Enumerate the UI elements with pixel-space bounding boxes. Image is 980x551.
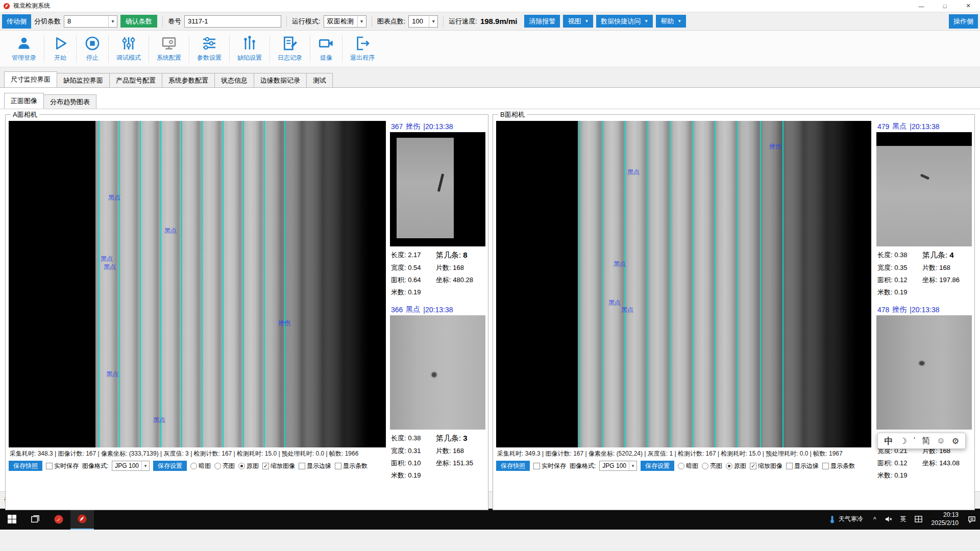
original-image-radio-a[interactable]: 原图 (238, 462, 259, 470)
subtab-front-image[interactable]: 正面图像 (4, 93, 44, 109)
save-settings-button-b[interactable]: 保存设置 (641, 461, 674, 471)
tab-status-info[interactable]: 状态信息 (214, 73, 254, 87)
log-record-button[interactable]: 日志记录 (270, 33, 310, 65)
roll-number-input[interactable] (184, 15, 281, 28)
action-center-icon[interactable] (964, 509, 980, 530)
radio-icon (678, 463, 684, 469)
start-run-button[interactable]: 开始 (44, 33, 76, 65)
realtime-save-checkbox-a[interactable]: 实时保存 (46, 462, 79, 470)
show-strips-checkbox-a[interactable]: 显示条数 (335, 462, 368, 470)
ime-emoji-icon[interactable]: ☺ (937, 436, 945, 445)
slit-count-select[interactable]: 8 (64, 15, 117, 28)
tab-size-monitor[interactable]: 尺寸监控界面 (4, 71, 57, 87)
taskbar-app-browser[interactable] (47, 509, 70, 530)
ime-night-mode-icon[interactable]: ☽ (899, 436, 906, 446)
chart-points-select[interactable]: 100 (408, 15, 438, 28)
close-button[interactable]: ✕ (957, 0, 980, 12)
chevron-down-icon[interactable] (141, 461, 149, 470)
start-button[interactable] (0, 509, 23, 530)
original-image-radio-b[interactable]: 原图 (726, 462, 746, 470)
strip-boundary-line (284, 121, 285, 447)
toolbar-divider (162, 16, 163, 27)
defect-thumbnail (876, 132, 972, 246)
tab-product-model-config[interactable]: 产品型号配置 (109, 73, 162, 87)
stop-run-button[interactable]: 停止 (77, 33, 108, 65)
run-mode-select[interactable]: 双面检测 (324, 15, 366, 28)
tab-defect-monitor[interactable]: 缺陷监控界面 (57, 73, 110, 87)
minimize-button[interactable]: — (910, 0, 933, 12)
maximize-button[interactable]: □ (933, 0, 957, 12)
show-strips-checkbox-b[interactable]: 显示条数 (822, 462, 855, 470)
admin-login-button[interactable]: 管理登录 (4, 33, 44, 65)
clock-time: 20:13 (932, 511, 959, 519)
weather-widget[interactable]: 天气寒冷 (823, 509, 869, 530)
defect-card[interactable]: 366 黑点 |20:13:38 长度: 0.38 第几条: 3 宽度: 0.3… (390, 304, 485, 480)
defect-card[interactable]: 478 挫伤 |20:13:38 长度: 0.57 第几条: 3 宽度: 0.2… (876, 304, 972, 480)
strip-boundary-line (181, 121, 182, 447)
defect-card[interactable]: 367 挫伤 |20:13:38 长度: 2.17 第几条: 8 宽度: 0.5… (390, 121, 485, 297)
camera-a-image[interactable]: 黑点黑点黑点黑点挫伤黑点黑点 (9, 121, 386, 447)
defect-label: 挫伤 (278, 319, 290, 328)
quick-data-menu-button[interactable]: 数据快捷访问 (596, 15, 653, 28)
tab-test[interactable]: 测试 (306, 73, 333, 87)
save-snapshot-button-b[interactable]: 保存快照 (496, 461, 530, 471)
show-edge-checkbox-b[interactable]: 显示边缘 (786, 462, 819, 470)
save-snapshot-button-a[interactable]: 保存快照 (9, 461, 42, 471)
volume-muted-icon[interactable] (880, 509, 896, 530)
taskbar-app-vision-system[interactable] (70, 509, 94, 530)
chevron-down-icon[interactable] (108, 16, 117, 27)
help-menu-button[interactable]: 帮助 (656, 15, 686, 28)
ime-simplified-chinese[interactable]: 简 (922, 436, 930, 446)
dark-image-radio-a[interactable]: 暗图 (190, 462, 211, 470)
ime-chinese-mode[interactable]: 中 (884, 435, 893, 447)
view-menu-button[interactable]: 视图 (563, 15, 593, 28)
dark-image-radio-b[interactable]: 暗图 (678, 462, 698, 470)
defect-label: 黑点 (101, 255, 113, 263)
image-format-select-a[interactable]: JPG 100 (112, 461, 150, 471)
parameter-settings-button[interactable]: 参数设置 (189, 33, 229, 65)
input-language-indicator[interactable]: 英 (896, 509, 911, 530)
exit-program-button[interactable]: 退出程序 (342, 33, 382, 65)
camera-b-defect-cards: 479 黑点 |20:13:38 长度: 0.38 第几条: 4 宽度: 0.3… (876, 121, 972, 480)
camera-b-image[interactable]: 挫伤黑点黑点黑点黑点 (496, 121, 871, 447)
image-format-label-b: 图像格式: (570, 462, 596, 470)
ime-settings-gear-icon[interactable]: ⚙ (952, 436, 959, 446)
debug-mode-button[interactable]: 调试模式 (109, 33, 149, 65)
image-format-select-b[interactable]: JPG 100 (599, 461, 637, 471)
system-config-button[interactable]: 系统配置 (149, 33, 189, 65)
save-settings-button-a[interactable]: 保存设置 (153, 461, 187, 471)
defect-card[interactable]: 479 黑点 |20:13:38 长度: 0.38 第几条: 4 宽度: 0.3… (876, 121, 972, 297)
taskbar-tray: 天气寒冷 ^ 英 20:13 2025/2/10 (823, 509, 980, 530)
bright-image-radio-a[interactable]: 亮图 (214, 462, 235, 470)
strip-boundary-line (737, 121, 738, 447)
film-patch (876, 146, 972, 246)
chevron-down-icon[interactable] (357, 16, 366, 27)
task-view-button[interactable] (23, 509, 47, 530)
windows-taskbar: 天气寒冷 ^ 英 20:13 2025/2/10 (0, 509, 980, 530)
subtab-trend-chart[interactable]: 分布趋势图表 (43, 94, 96, 109)
operate-side-button[interactable]: 操作侧 (949, 14, 978, 29)
ime-punctuation-icon[interactable]: ’ (914, 436, 916, 445)
confirm-count-button[interactable]: 确认条数 (120, 15, 157, 28)
clear-alarm-button[interactable]: 清除报警 (524, 15, 560, 28)
strip-boundary-line (782, 121, 783, 447)
capture-image-button[interactable]: 提像 (310, 33, 342, 65)
clock[interactable]: 20:13 2025/2/10 (926, 511, 964, 527)
show-edge-checkbox-a[interactable]: 显示边缘 (299, 462, 331, 470)
hidden-icons-chevron[interactable]: ^ (869, 509, 880, 530)
realtime-save-checkbox-b[interactable]: 实时保存 (533, 462, 566, 470)
zoom-image-checkbox-b[interactable]: 缩放图像 (750, 462, 782, 470)
touch-keyboard-icon[interactable] (911, 509, 926, 530)
ime-toolbar[interactable]: 中 ☽ ’ 简 ☺ ⚙ (877, 433, 966, 449)
chevron-down-icon[interactable] (629, 461, 636, 470)
checkbox-checked-icon (262, 463, 269, 469)
run-mode-label: 运行模式: (292, 17, 321, 26)
defect-settings-button[interactable]: 缺陷设置 (230, 33, 270, 65)
tab-edge-data-record[interactable]: 边缘数据记录 (254, 73, 307, 87)
chevron-down-icon[interactable] (429, 16, 437, 27)
drive-side-button[interactable]: 传动侧 (2, 14, 31, 29)
thermometer-icon (829, 515, 836, 523)
tab-system-param-config[interactable]: 系统参数配置 (162, 73, 215, 87)
zoom-image-checkbox-a[interactable]: 缩放图像 (262, 462, 295, 470)
bright-image-radio-b[interactable]: 亮图 (702, 462, 722, 470)
